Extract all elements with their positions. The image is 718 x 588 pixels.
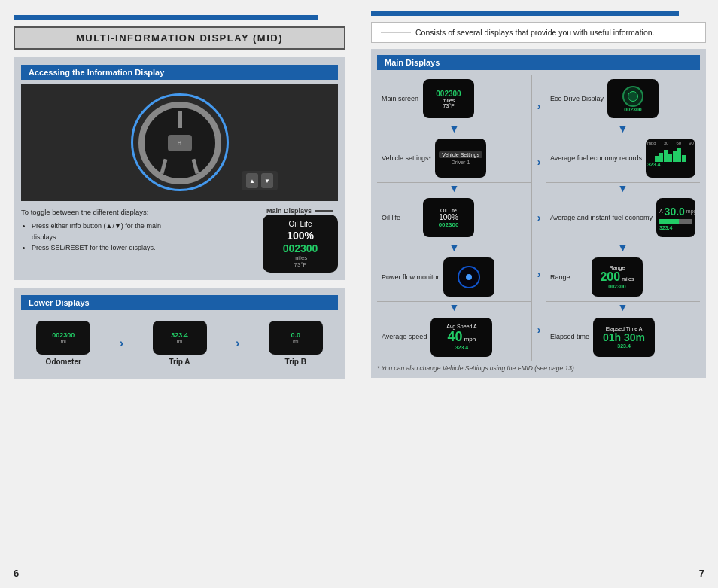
horiz-arrow-2: › <box>537 156 541 168</box>
down-arrow-2: ▼ <box>449 183 460 193</box>
main-screen-temp: 73°F <box>443 103 455 108</box>
horiz-arrow-3: › <box>537 212 541 224</box>
display-demo: Main Displays Lower Displays Oil Life 10… <box>183 207 339 273</box>
trip-a-value: 323.4 <box>171 331 188 339</box>
bar-5 <box>673 151 677 162</box>
vs-screen-sub: Driver 1 <box>452 160 470 165</box>
avg-inst-cell: Average and instant fuel economy A 30.0 … <box>546 193 700 242</box>
down-arrow-r3: ▼ <box>618 242 628 253</box>
bar-chart-labels: mpg 30 60 90 <box>647 141 694 145</box>
main-screen-display: 002300 miles 73°F <box>423 79 474 118</box>
bar-7 <box>682 155 686 162</box>
arrow-after-eco: ▼ <box>546 123 700 134</box>
oil-life-screen: Oil Life 100% 002300 <box>423 198 474 237</box>
footnote: * You can also change Vehicle Settings u… <box>377 364 700 372</box>
trip-a-unit: mi <box>177 339 182 344</box>
arrow-after-avgfuel: ▼ <box>546 183 700 193</box>
bar-6 <box>677 148 681 162</box>
down-arrow-r1: ▼ <box>618 123 628 134</box>
down-arrow-3: ▼ <box>449 242 460 253</box>
trip-a-item: 323.4 mi Trip A <box>153 321 207 366</box>
avg-fuel-screen: mpg 30 60 90 <box>646 139 695 178</box>
steering-spoke-left <box>160 158 167 174</box>
avg-speed-miles: 323.4 <box>455 345 469 350</box>
avg-inst-label: Average and instant fuel economy <box>550 213 653 223</box>
bullet-list: Press either Info button (▲/▼) for the m… <box>21 221 177 253</box>
elapsed-miles: 323.4 <box>617 343 631 349</box>
info-buttons: ▲ ▼ <box>242 171 278 190</box>
horiz-arrow-1: › <box>537 100 541 112</box>
avg-fuel-label: Average fuel economy records <box>550 154 642 163</box>
page-number-left: 6 <box>14 568 19 579</box>
oil-life-label: Oil Life 100% <box>287 219 314 242</box>
steering-spoke-right <box>191 158 199 174</box>
eco-drive-screen: 002300 <box>607 79 659 118</box>
trip-b-screen: 0.0 mi <box>269 321 323 355</box>
main-screen-label: Main screen <box>382 94 419 104</box>
power-flow-inner <box>458 266 480 288</box>
eco-drive-cell: Eco Drive Display 002300 <box>546 75 700 123</box>
fuel-bar-indicator <box>659 219 692 224</box>
main-screen-cell: Main screen 002300 miles 73°F <box>377 75 531 123</box>
range-unit: miles <box>622 276 634 282</box>
avg-fuel-cell: Average fuel economy records mpg 30 60 9… <box>546 134 700 183</box>
eco-miles: 002300 <box>624 107 641 112</box>
eco-inner <box>628 91 638 102</box>
avg-speed-label: Average speed <box>382 332 427 342</box>
toggle-text: To toggle between the different displays… <box>21 207 177 273</box>
bullet-1: Press either Info button (▲/▼) for the m… <box>32 221 177 242</box>
eco-circle <box>622 86 643 107</box>
bar-4 <box>668 154 672 162</box>
bar-1 <box>655 156 659 162</box>
down-arrow-4: ▼ <box>449 302 460 312</box>
steering-wheel: H <box>138 102 221 184</box>
horiz-arrow-4: › <box>537 268 541 280</box>
power-flow-cell: Power flow monitor <box>377 253 531 302</box>
vehicle-settings-screen: Vehicle Settings Driver 1 <box>435 139 486 178</box>
range-miles: 002300 <box>608 284 625 289</box>
arrow-after-avginst: ▼ <box>546 242 700 253</box>
lower-arrow-2: › <box>236 337 239 350</box>
right-description: Consists of several displays that provid… <box>371 22 706 43</box>
avg-speed-cell: Average speed Avg Speed A 40 mph 323.4 <box>377 312 531 361</box>
odometer-screen: 002300 mi <box>36 321 90 355</box>
elapsed-label: Elapsed time <box>550 332 589 342</box>
arrow-after-range: ▼ <box>546 302 700 312</box>
top-accent-bar-right <box>371 11 679 16</box>
avg-speed-screen: Avg Speed A 40 mph 323.4 <box>430 318 492 357</box>
vs-screen-label: Vehicle Settings <box>439 151 482 158</box>
avg-speed-value: 40 <box>448 329 463 345</box>
accessing-section: Accessing the Information Display H ▲ ▼ … <box>14 57 345 280</box>
power-flow-screen <box>443 257 494 297</box>
bar-3 <box>664 150 668 162</box>
odometer-unit: mi <box>61 339 66 344</box>
arrow-after-main: ▼ <box>377 123 531 134</box>
main-screen-unit: miles <box>443 98 455 103</box>
steering-wheel-image: H ▲ ▼ <box>21 84 338 201</box>
accessing-header: Accessing the Information Display <box>21 65 338 80</box>
main-displays-label: Main Displays <box>266 207 338 215</box>
col-connector: › › › › › <box>532 75 546 361</box>
avg-fuel-miles: 323.4 <box>647 162 661 167</box>
avg-speed-unit: mph <box>464 336 476 343</box>
lower-displays-row: 002300 mi Odometer › 323.4 mi Trip A › 0… <box>21 315 338 372</box>
avg-inst-miles: 323.4 <box>659 225 673 230</box>
eco-drive-label: Eco Drive Display <box>550 94 604 104</box>
oil-life-screen-label: Oil Life <box>440 208 457 213</box>
avg-inst-screen: A 30.0 mpg 323.4 <box>656 198 695 237</box>
elapsed-screen: Elapsed Time A 01h 30m 323.4 <box>593 318 655 357</box>
arrow-after-oil: ▼ <box>377 242 531 253</box>
power-flow-dot <box>466 274 472 280</box>
right-col-displays: Eco Drive Display 002300 ▼ Average fuel … <box>546 75 700 361</box>
inst-a-label: A <box>659 209 663 214</box>
odometer-value: 002300 <box>52 331 75 339</box>
bar-chart <box>655 147 686 162</box>
trip-b-value: 0.0 <box>291 331 301 339</box>
trip-a-label: Trip A <box>169 358 190 366</box>
bar-2 <box>659 153 663 162</box>
dash-miles-unit: miles <box>294 254 308 261</box>
main-displays-box: Main Displays Main screen 002300 miles 7… <box>371 49 706 378</box>
info-btn-up: ▲ <box>246 173 258 188</box>
dash-miles: 002300 <box>283 242 318 254</box>
elapsed-value: 01h 30m <box>603 331 645 343</box>
